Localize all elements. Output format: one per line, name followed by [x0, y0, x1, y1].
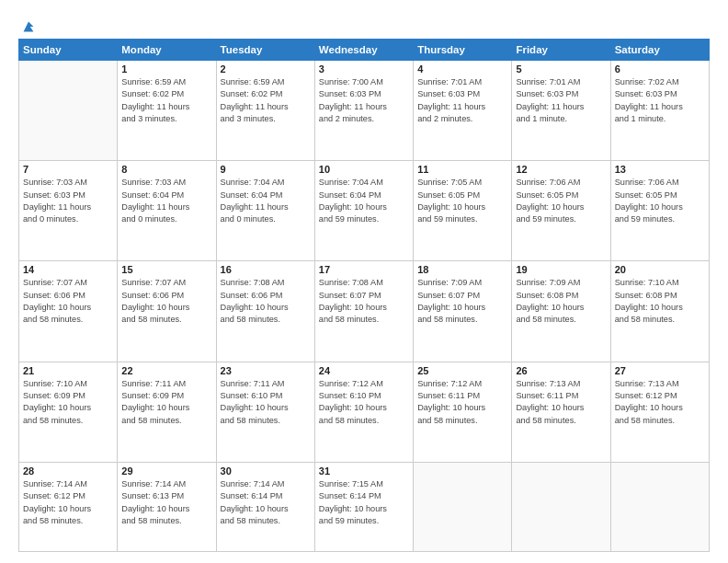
day-info: Sunrise: 7:07 AMSunset: 6:06 PMDaylight:…	[121, 277, 211, 326]
day-info: Sunrise: 7:03 AMSunset: 6:03 PMDaylight:…	[23, 177, 113, 225]
calendar-cell	[610, 462, 709, 551]
calendar-cell: 27Sunrise: 7:13 AMSunset: 6:12 PMDayligh…	[610, 362, 709, 462]
calendar-cell: 30Sunrise: 7:14 AMSunset: 6:14 PMDayligh…	[216, 462, 314, 551]
day-number: 28	[23, 465, 113, 477]
day-header-tuesday: Tuesday	[216, 40, 314, 61]
day-info: Sunrise: 6:59 AMSunset: 6:02 PMDaylight:…	[221, 76, 311, 125]
day-number: 5	[516, 63, 606, 75]
calendar-cell: 16Sunrise: 7:08 AMSunset: 6:06 PMDayligh…	[216, 261, 314, 362]
day-header-sunday: Sunday	[19, 40, 118, 61]
day-info: Sunrise: 7:04 AMSunset: 6:04 PMDaylight:…	[319, 177, 409, 225]
day-number: 3	[319, 63, 409, 75]
day-info: Sunrise: 7:14 AMSunset: 6:12 PMDaylight:…	[23, 478, 113, 527]
day-number: 17	[319, 264, 409, 275]
calendar-cell: 14Sunrise: 7:07 AMSunset: 6:06 PMDayligh…	[19, 261, 118, 362]
calendar-cell: 22Sunrise: 7:11 AMSunset: 6:09 PMDayligh…	[118, 362, 216, 462]
calendar-cell: 10Sunrise: 7:04 AMSunset: 6:04 PMDayligh…	[314, 161, 413, 261]
day-header-friday: Friday	[512, 40, 610, 61]
header	[18, 17, 710, 35]
calendar-cell: 31Sunrise: 7:15 AMSunset: 6:14 PMDayligh…	[314, 462, 413, 551]
calendar-cell: 25Sunrise: 7:12 AMSunset: 6:11 PMDayligh…	[414, 362, 512, 462]
day-number: 1	[121, 63, 211, 75]
calendar-week-row: 1Sunrise: 6:59 AMSunset: 6:02 PMDaylight…	[19, 61, 710, 161]
calendar-cell: 24Sunrise: 7:12 AMSunset: 6:10 PMDayligh…	[314, 362, 413, 462]
calendar-page: SundayMondayTuesdayWednesdayThursdayFrid…	[0, 0, 728, 563]
day-number: 8	[121, 164, 211, 175]
day-number: 2	[221, 63, 311, 75]
day-number: 29	[121, 465, 211, 477]
calendar-cell: 17Sunrise: 7:08 AMSunset: 6:07 PMDayligh…	[314, 261, 413, 362]
day-number: 27	[615, 365, 705, 376]
day-header-wednesday: Wednesday	[314, 40, 413, 61]
calendar-cell: 26Sunrise: 7:13 AMSunset: 6:11 PMDayligh…	[512, 362, 610, 462]
day-info: Sunrise: 7:00 AMSunset: 6:03 PMDaylight:…	[319, 76, 409, 125]
calendar-cell: 13Sunrise: 7:06 AMSunset: 6:05 PMDayligh…	[610, 161, 709, 261]
calendar-cell: 4Sunrise: 7:01 AMSunset: 6:03 PMDaylight…	[414, 61, 512, 161]
day-number: 30	[221, 465, 311, 477]
day-info: Sunrise: 7:11 AMSunset: 6:10 PMDaylight:…	[221, 378, 311, 427]
calendar-cell: 19Sunrise: 7:09 AMSunset: 6:08 PMDayligh…	[512, 261, 610, 362]
day-info: Sunrise: 7:08 AMSunset: 6:06 PMDaylight:…	[221, 277, 311, 326]
day-header-saturday: Saturday	[610, 40, 709, 61]
calendar-cell	[414, 462, 512, 551]
day-number: 11	[417, 164, 507, 175]
calendar-cell	[19, 61, 118, 161]
day-number: 23	[221, 365, 311, 376]
day-number: 18	[417, 264, 507, 275]
calendar-cell: 8Sunrise: 7:03 AMSunset: 6:04 PMDaylight…	[118, 161, 216, 261]
day-info: Sunrise: 7:11 AMSunset: 6:09 PMDaylight:…	[121, 378, 211, 427]
day-number: 13	[615, 164, 705, 175]
calendar-cell: 20Sunrise: 7:10 AMSunset: 6:08 PMDayligh…	[610, 261, 709, 362]
calendar-cell: 15Sunrise: 7:07 AMSunset: 6:06 PMDayligh…	[118, 261, 216, 362]
calendar-cell: 29Sunrise: 7:14 AMSunset: 6:13 PMDayligh…	[118, 462, 216, 551]
day-header-monday: Monday	[118, 40, 216, 61]
day-number: 7	[23, 164, 113, 175]
day-info: Sunrise: 7:06 AMSunset: 6:05 PMDaylight:…	[516, 177, 606, 225]
day-info: Sunrise: 7:14 AMSunset: 6:14 PMDaylight:…	[221, 478, 311, 527]
day-info: Sunrise: 7:12 AMSunset: 6:10 PMDaylight:…	[319, 378, 409, 427]
day-info: Sunrise: 7:09 AMSunset: 6:07 PMDaylight:…	[417, 277, 507, 326]
logo-icon	[20, 18, 37, 35]
calendar-week-row: 14Sunrise: 7:07 AMSunset: 6:06 PMDayligh…	[19, 261, 710, 362]
calendar-week-row: 7Sunrise: 7:03 AMSunset: 6:03 PMDaylight…	[19, 161, 710, 261]
calendar-cell: 2Sunrise: 6:59 AMSunset: 6:02 PMDaylight…	[216, 61, 314, 161]
day-number: 4	[417, 63, 507, 75]
day-info: Sunrise: 7:06 AMSunset: 6:05 PMDaylight:…	[615, 177, 705, 225]
day-number: 12	[516, 164, 606, 175]
day-info: Sunrise: 7:08 AMSunset: 6:07 PMDaylight:…	[319, 277, 409, 326]
day-number: 10	[319, 164, 409, 175]
day-number: 25	[417, 365, 507, 376]
day-number: 15	[121, 264, 211, 275]
logo	[18, 20, 37, 35]
day-info: Sunrise: 7:01 AMSunset: 6:03 PMDaylight:…	[417, 76, 507, 125]
day-info: Sunrise: 7:01 AMSunset: 6:03 PMDaylight:…	[516, 76, 606, 125]
calendar-table: SundayMondayTuesdayWednesdayThursdayFrid…	[18, 39, 710, 552]
calendar-header-row: SundayMondayTuesdayWednesdayThursdayFrid…	[19, 40, 710, 61]
calendar-cell: 9Sunrise: 7:04 AMSunset: 6:04 PMDaylight…	[216, 161, 314, 261]
day-number: 6	[615, 63, 705, 75]
calendar-cell: 28Sunrise: 7:14 AMSunset: 6:12 PMDayligh…	[19, 462, 118, 551]
day-info: Sunrise: 7:03 AMSunset: 6:04 PMDaylight:…	[121, 177, 211, 225]
calendar-cell: 23Sunrise: 7:11 AMSunset: 6:10 PMDayligh…	[216, 362, 314, 462]
calendar-cell: 18Sunrise: 7:09 AMSunset: 6:07 PMDayligh…	[414, 261, 512, 362]
day-number: 31	[319, 465, 409, 477]
day-number: 16	[221, 264, 311, 275]
day-number: 22	[121, 365, 211, 376]
calendar-cell: 21Sunrise: 7:10 AMSunset: 6:09 PMDayligh…	[19, 362, 118, 462]
calendar-cell: 6Sunrise: 7:02 AMSunset: 6:03 PMDaylight…	[610, 61, 709, 161]
calendar-week-row: 28Sunrise: 7:14 AMSunset: 6:12 PMDayligh…	[19, 462, 710, 551]
calendar-cell: 5Sunrise: 7:01 AMSunset: 6:03 PMDaylight…	[512, 61, 610, 161]
day-info: Sunrise: 7:05 AMSunset: 6:05 PMDaylight:…	[417, 177, 507, 225]
day-number: 26	[516, 365, 606, 376]
day-info: Sunrise: 7:13 AMSunset: 6:11 PMDaylight:…	[516, 378, 606, 427]
day-number: 24	[319, 365, 409, 376]
svg-marker-0	[24, 22, 34, 32]
day-info: Sunrise: 7:12 AMSunset: 6:11 PMDaylight:…	[417, 378, 507, 427]
calendar-cell	[512, 462, 610, 551]
day-number: 19	[516, 264, 606, 275]
calendar-cell: 11Sunrise: 7:05 AMSunset: 6:05 PMDayligh…	[414, 161, 512, 261]
day-info: Sunrise: 7:13 AMSunset: 6:12 PMDaylight:…	[615, 378, 705, 427]
calendar-cell: 3Sunrise: 7:00 AMSunset: 6:03 PMDaylight…	[314, 61, 413, 161]
day-number: 20	[615, 264, 705, 275]
day-info: Sunrise: 7:07 AMSunset: 6:06 PMDaylight:…	[23, 277, 113, 326]
